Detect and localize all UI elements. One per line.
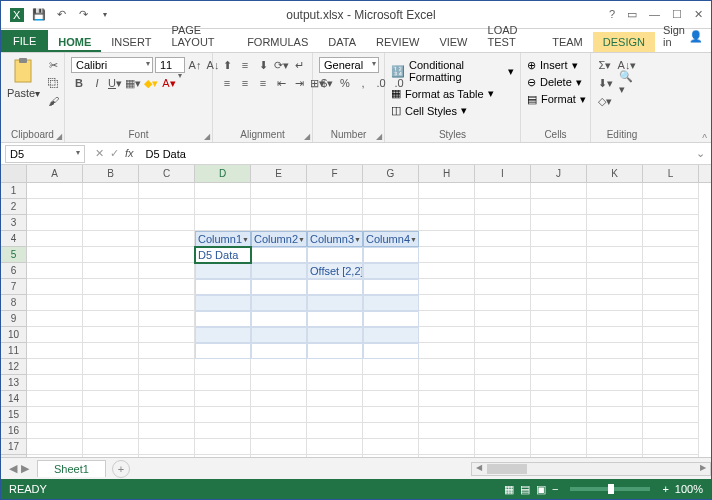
expand-formula-icon[interactable]: ⌄ bbox=[690, 147, 711, 160]
enter-formula-icon[interactable]: ✓ bbox=[110, 147, 119, 160]
cell[interactable] bbox=[363, 359, 419, 375]
cell[interactable] bbox=[139, 215, 195, 231]
cell[interactable] bbox=[363, 199, 419, 215]
cell[interactable] bbox=[587, 215, 643, 231]
tab-load-test[interactable]: LOAD TEST bbox=[478, 20, 543, 52]
cell[interactable] bbox=[475, 311, 531, 327]
cell[interactable] bbox=[251, 183, 307, 199]
cell[interactable] bbox=[195, 423, 251, 439]
cell[interactable] bbox=[475, 183, 531, 199]
tab-file[interactable]: FILE bbox=[1, 30, 48, 52]
new-sheet-button[interactable]: + bbox=[112, 460, 130, 478]
cell[interactable] bbox=[27, 215, 83, 231]
sheet-tab[interactable]: Sheet1 bbox=[37, 460, 106, 477]
cell[interactable] bbox=[251, 423, 307, 439]
row-header[interactable]: 13 bbox=[1, 375, 27, 391]
cell[interactable] bbox=[251, 263, 307, 279]
cell[interactable] bbox=[27, 439, 83, 455]
cell[interactable] bbox=[531, 279, 587, 295]
tab-view[interactable]: VIEW bbox=[429, 32, 477, 52]
table-header[interactable]: Column3▼ bbox=[307, 231, 363, 247]
align-right-icon[interactable]: ≡ bbox=[255, 75, 271, 91]
table-header[interactable]: Column1▼ bbox=[195, 231, 251, 247]
col-header[interactable]: C bbox=[139, 165, 195, 182]
cell[interactable] bbox=[83, 311, 139, 327]
cell[interactable] bbox=[587, 183, 643, 199]
align-left-icon[interactable]: ≡ bbox=[219, 75, 235, 91]
cell[interactable] bbox=[587, 439, 643, 455]
cell[interactable] bbox=[531, 407, 587, 423]
cell[interactable] bbox=[475, 231, 531, 247]
page-layout-view-icon[interactable]: ▤ bbox=[520, 483, 530, 496]
cell[interactable] bbox=[307, 295, 363, 311]
col-header[interactable]: E bbox=[251, 165, 307, 182]
cell[interactable] bbox=[27, 295, 83, 311]
cell[interactable] bbox=[419, 183, 475, 199]
cell[interactable] bbox=[643, 423, 699, 439]
col-header[interactable]: L bbox=[643, 165, 699, 182]
ribbon-display-icon[interactable]: ▭ bbox=[627, 8, 637, 21]
zoom-level[interactable]: 100% bbox=[675, 483, 703, 495]
cell[interactable] bbox=[307, 215, 363, 231]
align-middle-icon[interactable]: ≡ bbox=[237, 57, 253, 73]
cell[interactable] bbox=[531, 359, 587, 375]
row-header[interactable]: 9 bbox=[1, 311, 27, 327]
cell[interactable] bbox=[531, 327, 587, 343]
cell[interactable] bbox=[475, 343, 531, 359]
italic-icon[interactable]: I bbox=[89, 75, 105, 91]
cell[interactable] bbox=[307, 423, 363, 439]
col-header[interactable]: J bbox=[531, 165, 587, 182]
tab-insert[interactable]: INSERT bbox=[101, 32, 161, 52]
cell[interactable] bbox=[139, 359, 195, 375]
row-header[interactable]: 12 bbox=[1, 359, 27, 375]
cell[interactable] bbox=[307, 407, 363, 423]
cell[interactable] bbox=[195, 439, 251, 455]
number-launcher-icon[interactable]: ◢ bbox=[376, 132, 382, 141]
cell[interactable] bbox=[587, 359, 643, 375]
cell[interactable] bbox=[139, 343, 195, 359]
cell[interactable] bbox=[139, 375, 195, 391]
row-header[interactable]: 16 bbox=[1, 423, 27, 439]
cell[interactable] bbox=[307, 311, 363, 327]
cell[interactable] bbox=[139, 183, 195, 199]
cell[interactable] bbox=[27, 391, 83, 407]
cell[interactable] bbox=[139, 311, 195, 327]
cell[interactable] bbox=[531, 343, 587, 359]
row-header[interactable]: 6 bbox=[1, 263, 27, 279]
cell[interactable] bbox=[83, 375, 139, 391]
cell[interactable] bbox=[643, 327, 699, 343]
cell[interactable] bbox=[307, 391, 363, 407]
cell[interactable] bbox=[139, 295, 195, 311]
cell[interactable] bbox=[643, 295, 699, 311]
qat-dropdown-icon[interactable]: ▾ bbox=[97, 7, 113, 23]
table-header[interactable]: Column4▼ bbox=[363, 231, 419, 247]
find-select-icon[interactable]: 🔍▾ bbox=[619, 75, 635, 91]
cell[interactable] bbox=[475, 391, 531, 407]
copy-icon[interactable]: ⿻ bbox=[45, 75, 61, 91]
cell[interactable] bbox=[27, 247, 83, 263]
cell[interactable] bbox=[27, 375, 83, 391]
cell[interactable] bbox=[139, 231, 195, 247]
cell[interactable] bbox=[83, 247, 139, 263]
cell[interactable] bbox=[195, 391, 251, 407]
formula-bar[interactable]: D5 Data bbox=[140, 146, 690, 162]
undo-icon[interactable]: ↶ bbox=[53, 7, 69, 23]
font-launcher-icon[interactable]: ◢ bbox=[204, 132, 210, 141]
name-box[interactable]: D5 bbox=[5, 145, 85, 163]
row-header[interactable]: 15 bbox=[1, 407, 27, 423]
cell[interactable] bbox=[363, 375, 419, 391]
cell[interactable] bbox=[139, 279, 195, 295]
alignment-launcher-icon[interactable]: ◢ bbox=[304, 132, 310, 141]
cell[interactable] bbox=[251, 215, 307, 231]
cell[interactable] bbox=[643, 247, 699, 263]
cell[interactable] bbox=[139, 407, 195, 423]
cell[interactable] bbox=[363, 295, 419, 311]
cell[interactable] bbox=[587, 311, 643, 327]
format-cells-button[interactable]: ▤Format▾ bbox=[527, 93, 586, 106]
cell[interactable] bbox=[475, 279, 531, 295]
cell[interactable] bbox=[643, 439, 699, 455]
cell[interactable] bbox=[643, 279, 699, 295]
cell[interactable] bbox=[27, 231, 83, 247]
cell[interactable] bbox=[363, 391, 419, 407]
conditional-formatting-button[interactable]: 🔢Conditional Formatting▾ bbox=[391, 59, 514, 83]
